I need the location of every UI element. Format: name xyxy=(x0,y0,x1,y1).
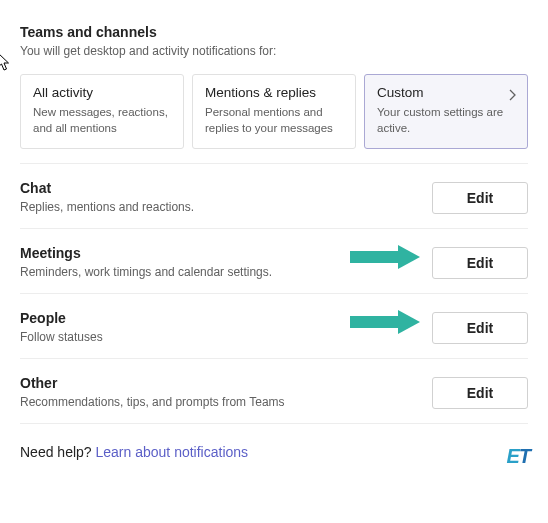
row-desc: Replies, mentions and reactions. xyxy=(20,200,432,214)
row-desc: Reminders, work timings and calendar set… xyxy=(20,265,432,279)
row-title: Meetings xyxy=(20,245,432,261)
option-all-activity[interactable]: All activity New messages, reactions, an… xyxy=(20,74,184,149)
option-desc: New messages, reactions, and all mention… xyxy=(33,105,171,136)
option-desc: Your custom settings are active. xyxy=(377,105,515,136)
option-mentions-replies[interactable]: Mentions & replies Personal mentions and… xyxy=(192,74,356,149)
section-people: People Follow statuses Edit xyxy=(20,294,528,359)
section-title: Teams and channels xyxy=(20,24,528,40)
learn-notifications-link[interactable]: Learn about notifications xyxy=(96,444,249,460)
section-chat: Chat Replies, mentions and reactions. Ed… xyxy=(20,164,528,229)
row-title: Chat xyxy=(20,180,432,196)
option-title: Custom xyxy=(377,85,515,100)
option-desc: Personal mentions and replies to your me… xyxy=(205,105,343,136)
option-title: Mentions & replies xyxy=(205,85,343,100)
row-desc: Follow statuses xyxy=(20,330,432,344)
cursor-icon xyxy=(0,52,14,74)
edit-other-button[interactable]: Edit xyxy=(432,377,528,409)
chevron-right-icon xyxy=(507,87,517,105)
edit-meetings-button[interactable]: Edit xyxy=(432,247,528,279)
edit-people-button[interactable]: Edit xyxy=(432,312,528,344)
options-row: All activity New messages, reactions, an… xyxy=(20,74,528,149)
help-prefix: Need help? xyxy=(20,444,96,460)
help-row: Need help? Learn about notifications xyxy=(20,424,528,464)
option-title: All activity xyxy=(33,85,171,100)
row-title: People xyxy=(20,310,432,326)
edit-chat-button[interactable]: Edit xyxy=(432,182,528,214)
row-desc: Recommendations, tips, and prompts from … xyxy=(20,395,432,409)
row-title: Other xyxy=(20,375,432,391)
section-meetings: Meetings Reminders, work timings and cal… xyxy=(20,229,528,294)
section-teams-channels: Teams and channels You will get desktop … xyxy=(20,8,528,164)
option-custom[interactable]: Custom Your custom settings are active. xyxy=(364,74,528,149)
section-other: Other Recommendations, tips, and prompts… xyxy=(20,359,528,424)
section-desc: You will get desktop and activity notifi… xyxy=(20,44,528,58)
